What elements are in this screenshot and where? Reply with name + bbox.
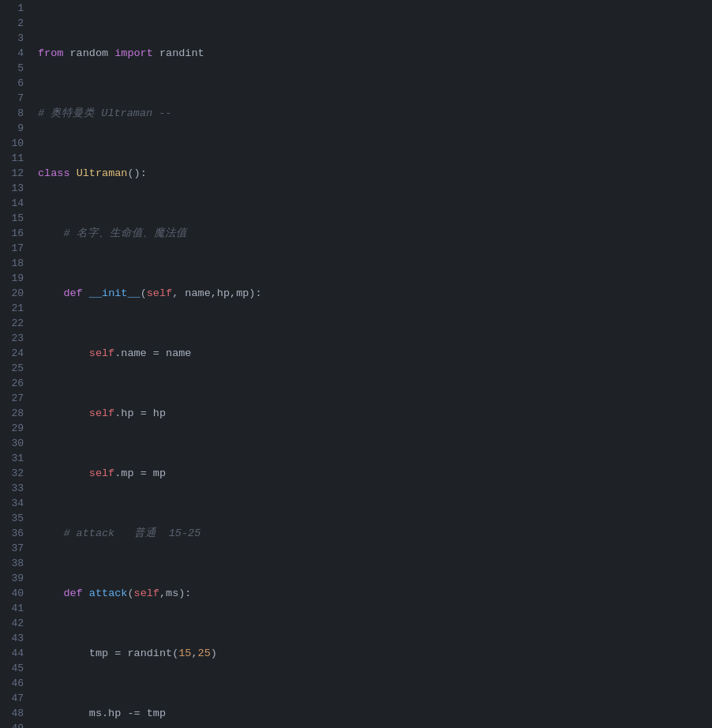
ln-13: 13 bbox=[0, 181, 24, 196]
code-area[interactable]: from random import randint # 奥特曼类 Ultram… bbox=[30, 0, 712, 728]
ln-21: 21 bbox=[0, 301, 24, 316]
ln-20: 20 bbox=[0, 286, 24, 301]
code-editor: 1 2 3 4 5 6 7 8 9 10 11 12 13 14 15 16 1… bbox=[0, 0, 712, 728]
ln-22: 22 bbox=[0, 316, 24, 331]
ln-47: 47 bbox=[0, 691, 24, 706]
code-line-11: tmp = randint(15,25) bbox=[38, 646, 712, 661]
ln-19: 19 bbox=[0, 271, 24, 286]
ln-31: 31 bbox=[0, 451, 24, 466]
ln-34: 34 bbox=[0, 496, 24, 511]
ln-45: 45 bbox=[0, 661, 24, 676]
code-line-2: # 奥特曼类 Ultraman -- bbox=[38, 106, 712, 121]
ln-7: 7 bbox=[0, 91, 24, 106]
ln-14: 14 bbox=[0, 196, 24, 211]
ln-17: 17 bbox=[0, 241, 24, 256]
ln-35: 35 bbox=[0, 511, 24, 526]
code-line-9: # attack 普通 15-25 bbox=[38, 526, 712, 541]
ln-46: 46 bbox=[0, 676, 24, 691]
ln-44: 44 bbox=[0, 646, 24, 661]
code-line-1: from random import randint bbox=[38, 46, 712, 61]
ln-2: 2 bbox=[0, 16, 24, 31]
code-line-6: self.name = name bbox=[38, 346, 712, 361]
code-line-12: ms.hp -= tmp bbox=[38, 706, 712, 721]
ln-5: 5 bbox=[0, 61, 24, 76]
ln-39: 39 bbox=[0, 571, 24, 586]
ln-42: 42 bbox=[0, 616, 24, 631]
ln-28: 28 bbox=[0, 406, 24, 421]
ln-1: 1 bbox=[0, 1, 24, 16]
ln-29: 29 bbox=[0, 421, 24, 436]
ln-16: 16 bbox=[0, 226, 24, 241]
ln-25: 25 bbox=[0, 361, 24, 376]
ln-18: 18 bbox=[0, 256, 24, 271]
ln-30: 30 bbox=[0, 436, 24, 451]
code-line-7: self.hp = hp bbox=[38, 406, 712, 421]
ln-24: 24 bbox=[0, 346, 24, 361]
ln-8: 8 bbox=[0, 106, 24, 121]
ln-11: 11 bbox=[0, 151, 24, 166]
ln-41: 41 bbox=[0, 601, 24, 616]
ln-38: 38 bbox=[0, 556, 24, 571]
ln-27: 27 bbox=[0, 391, 24, 406]
code-line-8: self.mp = mp bbox=[38, 466, 712, 481]
ln-48: 48 bbox=[0, 706, 24, 721]
code-line-3: class Ultraman(): bbox=[38, 166, 712, 181]
ln-3: 3 bbox=[0, 31, 24, 46]
ln-10: 10 bbox=[0, 136, 24, 151]
ln-37: 37 bbox=[0, 541, 24, 556]
ln-15: 15 bbox=[0, 211, 24, 226]
ln-49: 49 bbox=[0, 721, 24, 728]
ln-36: 36 bbox=[0, 526, 24, 541]
ln-4: 4 bbox=[0, 46, 24, 61]
code-line-10: def attack(self,ms): bbox=[38, 586, 712, 601]
ln-26: 26 bbox=[0, 376, 24, 391]
ln-40: 40 bbox=[0, 586, 24, 601]
ln-6: 6 bbox=[0, 76, 24, 91]
ln-23: 23 bbox=[0, 331, 24, 346]
line-numbers: 1 2 3 4 5 6 7 8 9 10 11 12 13 14 15 16 1… bbox=[0, 0, 30, 728]
code-line-5: def __init__(self, name,hp,mp): bbox=[38, 286, 712, 301]
ln-33: 33 bbox=[0, 481, 24, 496]
code-line-4: # 名字、生命值、魔法值 bbox=[38, 226, 712, 241]
ln-43: 43 bbox=[0, 631, 24, 646]
ln-32: 32 bbox=[0, 466, 24, 481]
ln-12: 12 bbox=[0, 166, 24, 181]
ln-9: 9 bbox=[0, 121, 24, 136]
